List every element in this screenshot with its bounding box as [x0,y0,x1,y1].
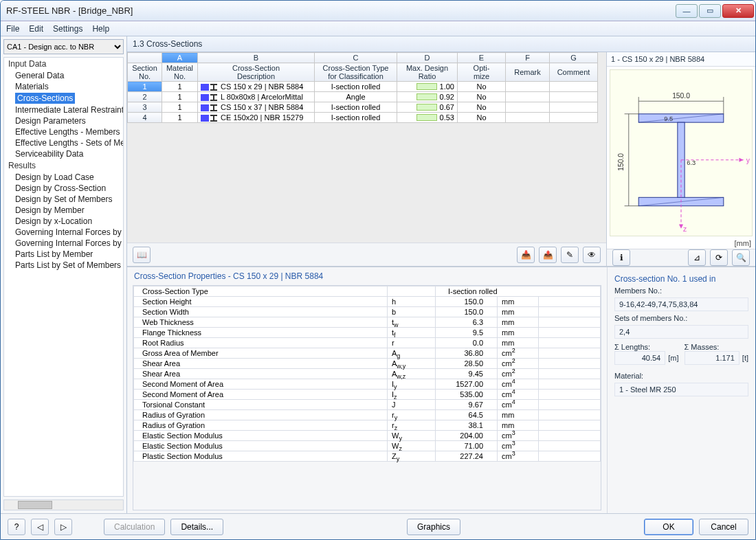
tree-header-input: Input Data [4,58,123,70]
ratio-bar [416,93,437,100]
axes-button[interactable]: ⊿ [688,249,706,266]
case-select[interactable]: CA1 - Design acc. to NBR [3,39,124,54]
tree-item-design-by-load-case[interactable]: Design by Load Case [4,172,123,183]
view-button[interactable]: 👁 [583,247,601,263]
sets-field[interactable]: 2,4 [614,325,748,339]
import-button[interactable]: 📥 [517,247,535,263]
tree-item-governing-internal-forces-by-m[interactable]: Governing Internal Forces by M [4,227,123,238]
ok-button[interactable]: OK [644,519,693,535]
svg-marker-17 [739,158,743,162]
table-row[interactable]: 21 L 80x80x8 | ArcelorMittalAngle0.92No [128,92,598,102]
prop-row[interactable]: Section Heighth150.0mm [134,297,601,307]
preview-unit: [mm] [607,239,755,249]
menu-help[interactable]: Help [92,24,109,34]
prop-row[interactable]: Shear AreaAw,y28.50cm2 [134,359,601,369]
prop-row[interactable]: Plastic Section ModulusZy227.24cm3 [134,451,601,462]
tree-item-intermediate-lateral-restraints[interactable]: Intermediate Lateral Restraints [4,104,123,115]
export-button[interactable]: 📤 [539,247,557,263]
tree-item-materials[interactable]: Materials [4,81,123,92]
prop-row[interactable]: Flange Thicknesstf9.5mm [134,328,601,338]
library-button[interactable]: 📖 [133,247,151,263]
table-row[interactable]: 31 CS 150 x 37 | NBR 5884I-section rolle… [128,102,598,113]
edit-button[interactable]: ✎ [561,247,579,263]
props-title: Cross-Section Properties - CS 150 x 29 |… [127,267,607,285]
sidebar-hscroll[interactable] [3,499,124,510]
svg-text:150.0: 150.0 [672,92,690,100]
svg-text:z: z [683,225,687,233]
table-row[interactable]: 11 CS 150 x 29 | NBR 5884I-section rolle… [128,82,598,92]
ibeam-icon [210,94,217,101]
tree-item-general-data[interactable]: General Data [4,70,123,81]
sum-len-value: 40.54 [614,351,665,365]
prop-row[interactable]: Second Moment of AreaIy1527.00cm4 [134,379,601,390]
prev-button[interactable]: ◁ [31,519,49,535]
calculation-button[interactable]: Calculation [104,519,165,535]
tree-item-design-parameters[interactable]: Design Parameters [4,115,123,126]
svg-text:6.3: 6.3 [687,159,696,166]
props-grid[interactable]: Cross-Section TypeI-section rolledSectio… [133,285,601,510]
zoom-button[interactable]: 🔍 [732,249,750,266]
ratio-bar [416,104,437,111]
tree-header-results: Results [4,159,123,172]
cs-color-icon [201,104,209,111]
preview-title: 1 - CS 150 x 29 | NBR 5884 [607,52,755,67]
tree-item-design-by-set-of-members[interactable]: Design by Set of Members [4,194,123,205]
minimize-button[interactable]: — [676,4,698,18]
orient-button[interactable]: ⟳ [710,249,728,266]
details-button[interactable]: Details... [170,519,223,535]
nav-tree[interactable]: Input Data General DataMaterialsCross-Se… [3,57,124,497]
material-field[interactable]: 1 - Steel MR 250 [614,383,748,396]
ratio-bar [416,114,437,121]
menu-settings[interactable]: Settings [53,24,82,34]
titlebar: RF-STEEL NBR - [Bridge_NBR] — ▭ ✕ [1,1,755,21]
close-button[interactable]: ✕ [722,4,754,18]
tree-item-serviceability-data[interactable]: Serviceability Data [4,148,123,159]
prop-row[interactable]: Root Radiusr0.0mm [134,338,601,348]
cs-color-icon [201,94,209,101]
tree-item-parts-list-by-set-of-members[interactable]: Parts List by Set of Members [4,260,123,271]
members-field[interactable]: 9-16,42-49,74,75,83,84 [614,297,748,311]
tree-item-design-by-x-location[interactable]: Design by x-Location [4,216,123,227]
sets-label: Sets of members No.: [614,314,748,322]
prop-row[interactable]: Cross-Section TypeI-section rolled [134,286,601,297]
prop-row[interactable]: Second Moment of AreaIz535.00cm4 [134,390,601,400]
tree-item-effective-lengths-members[interactable]: Effective Lengths - Members [4,126,123,137]
cross-sections-grid[interactable]: ABCDEFGSectionNo.MaterialNo.Cross-Sectio… [127,52,606,243]
info-pane: Cross-section No. 1 used in Members No.:… [607,267,755,513]
prop-row[interactable]: Radius of Gyrationrz38.1mm [134,420,601,431]
members-label: Members No.: [614,286,748,295]
tree-item-governing-internal-forces-by-s[interactable]: Governing Internal Forces by S [4,238,123,249]
grid-toolbar: 📖 📥 📤 ✎ 👁 [127,243,606,266]
prop-row[interactable]: Torsional ConstantJ9.67cm4 [134,400,601,410]
svg-text:y: y [746,157,751,164]
prop-row[interactable]: Web Thicknesstw6.3mm [134,317,601,328]
sum-mass-label: Σ Masses: [685,343,749,351]
menu-edit[interactable]: Edit [29,24,43,34]
prop-row[interactable]: Gross Area of MemberAg36.80cm2 [134,348,601,359]
table-row[interactable]: 41 CE 150x20 | NBR 15279I-section rolled… [128,113,598,123]
prop-row[interactable]: Elastic Section ModulusWy204.00cm3 [134,431,601,441]
prop-row[interactable]: Elastic Section ModulusWz71.00cm3 [134,441,601,451]
prop-row[interactable]: Shear AreaAw,z9.45cm2 [134,369,601,379]
help-button[interactable]: ? [8,519,25,535]
sum-mass-value: 1.171 [685,351,740,365]
ibeam-icon [210,104,217,111]
info-button[interactable]: ℹ [612,249,630,266]
material-label: Material: [614,372,748,380]
cancel-button[interactable]: Cancel [699,519,748,535]
tree-item-parts-list-by-member[interactable]: Parts List by Member [4,249,123,260]
maximize-button[interactable]: ▭ [699,4,721,18]
tree-item-cross-sections[interactable]: Cross-Sections [15,93,75,104]
tree-item-design-by-member[interactable]: Design by Member [4,205,123,216]
ratio-bar [416,83,437,90]
window: RF-STEEL NBR - [Bridge_NBR] — ▭ ✕ File E… [0,0,756,540]
graphics-button[interactable]: Graphics [407,519,460,535]
tree-item-design-by-cross-section[interactable]: Design by Cross-Section [4,183,123,194]
prop-row[interactable]: Radius of Gyrationry64.5mm [134,410,601,420]
used-in-heading: Cross-section No. 1 used in [614,274,748,284]
sidebar: CA1 - Design acc. to NBR Input Data Gene… [1,36,127,513]
menu-file[interactable]: File [6,24,19,34]
prop-row[interactable]: Section Widthb150.0mm [134,307,601,317]
tree-item-effective-lengths-sets-of-mem[interactable]: Effective Lengths - Sets of Mem [4,137,123,148]
next-button[interactable]: ▷ [54,519,72,535]
